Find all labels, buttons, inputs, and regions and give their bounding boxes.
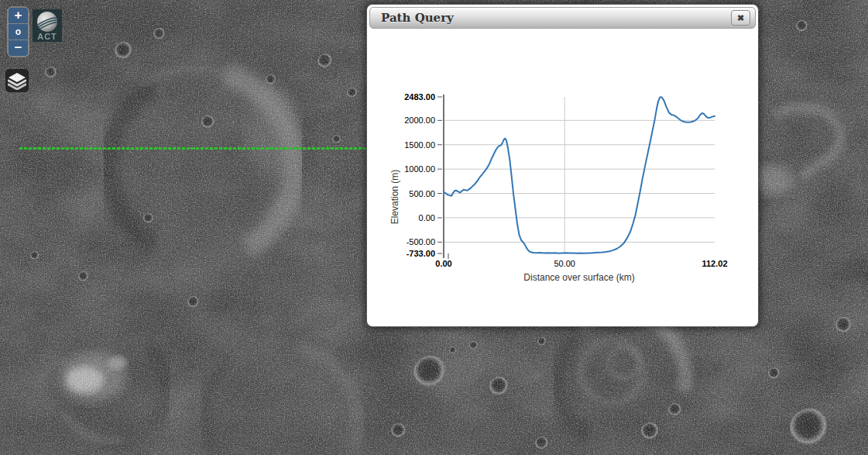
svg-text:50.00: 50.00 [554, 259, 575, 268]
x-axis-title: Distance over surface (km) [523, 272, 634, 283]
act-logo[interactable]: ACT [33, 9, 62, 42]
layers-icon [8, 71, 26, 90]
svg-text:-733.00: -733.00 [407, 249, 435, 258]
svg-text:500.00: 500.00 [409, 189, 435, 198]
y-axis-title: Elevation (m) [389, 170, 400, 225]
svg-text:0.00: 0.00 [419, 213, 435, 222]
app-root: { "map": { "controls": { "zoom_in": "+",… [0, 0, 868, 455]
layers-button[interactable] [5, 69, 29, 92]
query-path-line [19, 147, 369, 150]
act-logo-text: ACT [37, 32, 57, 41]
close-button[interactable]: ✖ [731, 10, 750, 26]
svg-text:1000.00: 1000.00 [404, 164, 435, 174]
svg-text:2000.00: 2000.00 [404, 115, 435, 125]
svg-text:2483.00: 2483.00 [404, 92, 435, 102]
svg-text:-500.00: -500.00 [407, 237, 435, 246]
dialog-title: Path Query [381, 11, 454, 25]
act-globe-icon: ACT [33, 9, 62, 42]
svg-text:0.00: 0.00 [435, 259, 451, 268]
svg-text:1500.00: 1500.00 [404, 140, 435, 150]
dialog-titlebar[interactable]: Path Query ✖ [369, 7, 756, 29]
path-query-dialog: Path Query ✖ 2483.002000.001500.001000.0… [366, 4, 759, 327]
zoom-control: + o − [7, 6, 29, 57]
zoom-in-button[interactable]: + [9, 8, 28, 23]
zoom-out-button[interactable]: − [9, 40, 28, 56]
svg-text:112.02: 112.02 [702, 259, 727, 268]
zoom-origin-button[interactable]: o [9, 24, 28, 40]
